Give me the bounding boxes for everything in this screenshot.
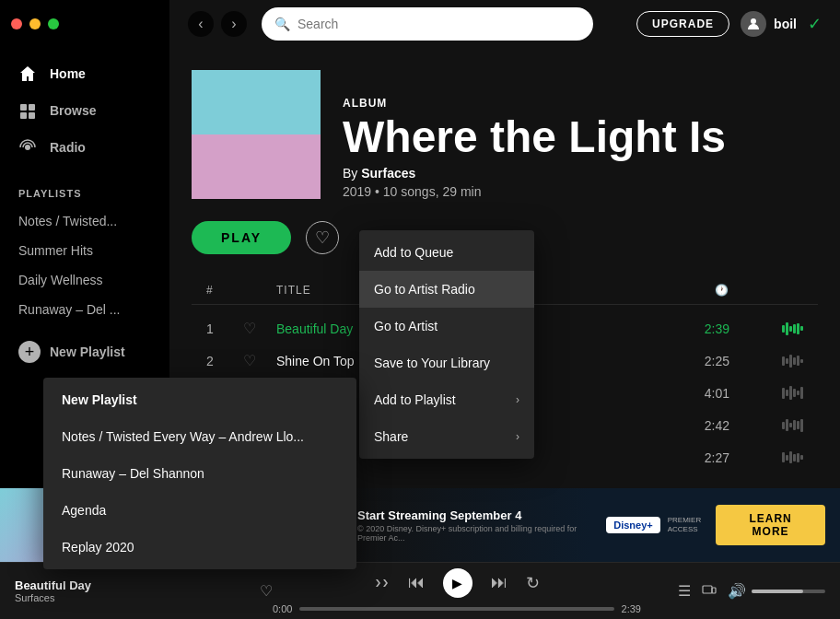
album-meta: 2019 • 10 songs, 29 min: [343, 184, 726, 199]
username-label: boil: [774, 17, 797, 31]
titlebar: [0, 0, 169, 48]
minimize-icon[interactable]: [29, 18, 41, 29]
dropdown-playlist-runaway[interactable]: Runaway – Del Shannon: [43, 455, 356, 492]
devices-button[interactable]: [702, 582, 717, 601]
track-number: 2: [206, 354, 243, 368]
player-track-info: Beautiful Day Surfaces: [15, 578, 249, 603]
svg-point-5: [751, 18, 756, 24]
back-button[interactable]: ‹: [188, 11, 214, 37]
browse-icon: [18, 101, 37, 120]
track-waveform: [729, 322, 803, 335]
dropdown-playlist-notes[interactable]: Notes / Twisted Every Way – Andrew Llo..…: [43, 418, 356, 455]
sidebar-nav: Home Browse Radio: [0, 48, 169, 173]
album-type-label: ALBUM: [343, 97, 726, 110]
sidebar-item-browse-label: Browse: [50, 103, 97, 118]
learn-more-button[interactable]: LEARN MORE: [716, 505, 825, 545]
sidebar-item-home[interactable]: Home: [0, 55, 169, 92]
search-bar[interactable]: 🔍: [262, 7, 593, 41]
disney-streaming-text: Start Streaming September 4: [357, 508, 591, 522]
album-info: ALBUM Where the Light Is By Surfaces 201…: [343, 70, 726, 199]
track-duration: 2:39: [656, 321, 729, 336]
disney-banner-text: Start Streaming September 4 © 2020 Disne…: [357, 508, 591, 543]
context-add-queue[interactable]: Add to Queue: [359, 234, 534, 271]
progress-track[interactable]: [299, 607, 613, 611]
album-header: ALBUM Where the Light Is By Surfaces 201…: [192, 70, 818, 199]
search-input[interactable]: [298, 17, 580, 31]
maximize-icon[interactable]: [48, 18, 59, 29]
sidebar-item-browse[interactable]: Browse: [0, 92, 169, 129]
player-controls: ⏮ ▶ ⏭ ↻: [375, 568, 540, 598]
close-icon[interactable]: [11, 18, 22, 29]
track-number: 1: [206, 321, 243, 336]
upgrade-button[interactable]: UPGRADE: [636, 11, 729, 37]
search-icon: 🔍: [274, 17, 290, 31]
sidebar-item-home-label: Home: [50, 66, 86, 81]
play-button[interactable]: PLAY: [192, 221, 291, 254]
play-pause-button[interactable]: ▶: [443, 568, 472, 598]
volume-icon[interactable]: 🔊: [728, 582, 746, 600]
context-go-artist-radio-label: Go to Artist Radio: [374, 282, 475, 297]
player-center: ⏮ ▶ ⏭ ↻ 0:00 2:39: [273, 568, 641, 614]
submenu-arrow-icon: ›: [516, 393, 519, 406]
context-add-playlist[interactable]: Add to Playlist ›: [359, 381, 534, 418]
total-time: 2:39: [622, 603, 641, 614]
user-menu[interactable]: boil: [741, 11, 797, 37]
repeat-button[interactable]: ↻: [526, 573, 540, 593]
disney-disclaimer: © 2020 Disney. Disney+ subscription and …: [357, 524, 591, 543]
like-button[interactable]: ♡: [306, 221, 339, 254]
dropdown-playlist-replay[interactable]: Replay 2020: [43, 529, 356, 566]
dropdown-playlist-agenda[interactable]: Agenda: [43, 492, 356, 529]
sidebar-playlist-summer[interactable]: Summer Hits: [0, 236, 169, 265]
volume-control[interactable]: 🔊: [728, 582, 825, 600]
artist-link[interactable]: Surfaces: [361, 166, 415, 181]
sidebar-playlist-runaway[interactable]: Runaway – Del ...: [0, 295, 169, 324]
disney-logo: Disney+: [606, 517, 660, 533]
col-duration-icon: 🕐: [656, 284, 729, 297]
next-button[interactable]: ⏭: [491, 573, 508, 592]
queue-button[interactable]: ☰: [678, 582, 691, 600]
context-go-artist[interactable]: Go to Artist: [359, 308, 534, 345]
context-go-artist-radio[interactable]: Go to Artist Radio: [359, 271, 534, 308]
sidebar-playlist-daily[interactable]: Daily Wellness: [0, 265, 169, 295]
volume-track[interactable]: [752, 590, 825, 593]
context-go-artist-label: Go to Artist: [374, 319, 438, 333]
player-left: Beautiful Day Surfaces ♡: [15, 578, 273, 603]
track-duration: 4:01: [656, 386, 729, 401]
nav-arrows: ‹ ›: [188, 11, 247, 37]
context-share[interactable]: Share ›: [359, 418, 534, 455]
sidebar-item-radio-label: Radio: [50, 140, 86, 155]
home-icon: [18, 64, 37, 83]
svg-rect-7: [712, 588, 716, 593]
col-like: [243, 284, 276, 297]
volume-fill: [752, 590, 803, 593]
track-duration: 2:27: [656, 450, 729, 465]
submenu-arrow-share-icon: ›: [516, 430, 519, 443]
context-save-library-label: Save to Your Library: [374, 356, 490, 370]
sidebar-playlist-notes[interactable]: Notes / Twisted...: [0, 206, 169, 236]
svg-rect-6: [703, 586, 712, 593]
radio-icon: [18, 138, 37, 157]
track-duration: 2:25: [656, 354, 729, 368]
new-playlist-button[interactable]: + New Playlist: [0, 332, 169, 372]
album-art: [192, 70, 321, 199]
plus-icon: +: [18, 341, 41, 363]
premier-access-label: PREMIERACCESS: [668, 516, 701, 535]
col-num: #: [206, 284, 243, 297]
shuffle-button[interactable]: [375, 576, 390, 590]
track-waveform: [729, 451, 803, 463]
track-heart-icon[interactable]: ♡: [243, 320, 276, 337]
header-right: UPGRADE boil ✓: [636, 11, 822, 37]
forward-button[interactable]: ›: [221, 11, 247, 37]
by-label: By: [343, 166, 357, 181]
player-heart-button[interactable]: ♡: [260, 582, 273, 600]
dropdown-new-playlist[interactable]: New Playlist: [43, 381, 356, 418]
track-waveform: [729, 355, 803, 368]
verified-badge: ✓: [808, 14, 822, 34]
context-save-library[interactable]: Save to Your Library: [359, 345, 534, 381]
progress-bar: 0:00 2:39: [273, 603, 641, 614]
svg-rect-2: [20, 112, 27, 119]
track-heart-icon[interactable]: ♡: [243, 352, 276, 369]
previous-button[interactable]: ⏮: [408, 573, 425, 592]
track-waveform: [729, 419, 803, 432]
sidebar-item-radio[interactable]: Radio: [0, 129, 169, 166]
